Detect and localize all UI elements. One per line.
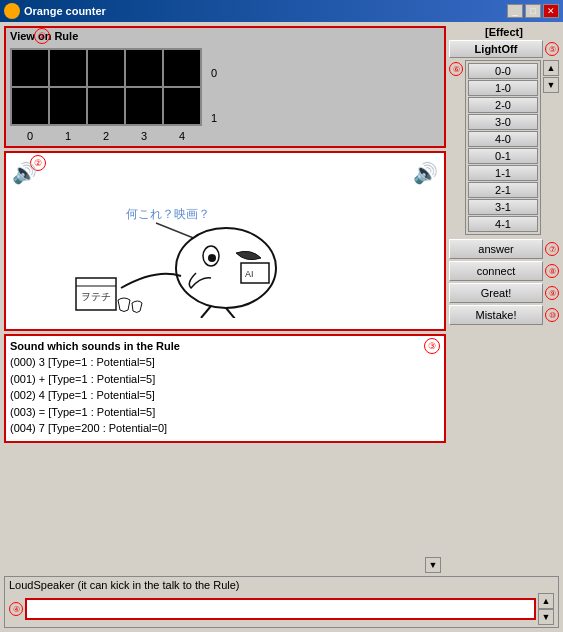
grid-item-0-1[interactable]: 0-1 (468, 148, 538, 164)
loudspeaker-scrollbar: ▲ ▼ (538, 593, 554, 625)
grid-item-2-1[interactable]: 2-1 (468, 182, 538, 198)
grid-item-1-1[interactable]: 1-1 (468, 165, 538, 181)
col-label-4: 4 (164, 130, 200, 142)
sound-item-4: (004) 7 [Type=200 : Potential=0] (10, 420, 440, 437)
rule-grid (10, 48, 202, 126)
grid-cell-3-1 (126, 88, 162, 124)
loudspeaker-input-row: ④ ▲ ▼ (9, 593, 554, 625)
col-label-0: 0 (12, 130, 48, 142)
sketch-text: 何これ？映画？ (126, 207, 210, 221)
mistake-row: Mistake! ⑩ (449, 305, 559, 325)
grid-cell-3-0 (126, 50, 162, 86)
answer-button[interactable]: answer (449, 239, 543, 259)
rule-circle: ① (34, 28, 50, 44)
grid-item-1-0[interactable]: 1-0 (468, 80, 538, 96)
action-buttons: answer ⑦ connect ⑧ Great! ⑨ Mistake! ⑩ (449, 239, 559, 325)
sketch-svg: 何これ？映画？ AI (26, 168, 326, 318)
grid-item-0-0[interactable]: 0-0 (468, 63, 538, 79)
effect-label: [Effect] (449, 26, 559, 38)
loudspeaker-input[interactable] (25, 598, 536, 620)
row-label-0: 0 (206, 67, 222, 79)
circle-10: ⑩ (545, 308, 559, 322)
circle-9: ⑨ (545, 286, 559, 300)
mistake-button[interactable]: Mistake! (449, 305, 543, 325)
rule-grid-area: 0 1 2 3 4 0 1 (10, 48, 440, 142)
window-title: Orange counter (24, 5, 503, 17)
grid-list-row: ⑥ 0-0 1-0 2-0 3-0 4-0 0-1 1-1 2-1 3-1 4-… (449, 60, 559, 235)
video-panel: ② 🔊 🔊 何これ？映画？ (4, 151, 446, 331)
grid-cell-1-1 (50, 88, 86, 124)
minimize-button[interactable]: _ (507, 4, 523, 18)
circle-7: ⑦ (545, 242, 559, 256)
sound-panel-title: Sound which sounds in the Rule (10, 340, 440, 352)
svg-line-7 (226, 308, 236, 318)
connect-row: connect ⑧ (449, 261, 559, 281)
ls-scroll-down[interactable]: ▼ (538, 609, 554, 625)
circle-8: ⑧ (545, 264, 559, 278)
app-icon (4, 3, 20, 19)
col-labels: 0 1 2 3 4 (10, 130, 202, 142)
great-button[interactable]: Great! (449, 283, 543, 303)
close-button[interactable]: ✕ (543, 4, 559, 18)
effect-grid-list: 0-0 1-0 2-0 3-0 4-0 0-1 1-1 2-1 3-1 4-1 (465, 60, 541, 235)
sound-item-3: (003) = [Type=1 : Potential=5] (10, 404, 440, 421)
grid-scroll-up[interactable]: ▲ (543, 60, 559, 76)
sound-list: (000) 3 [Type=1 : Potential=5] (001) + [… (10, 354, 440, 437)
svg-text:ヲテチ: ヲテチ (81, 291, 111, 302)
ls-scroll-up[interactable]: ▲ (538, 593, 554, 609)
left-panel: View on Rule ① (4, 26, 446, 556)
sound-item-1: (001) + [Type=1 : Potential=5] (10, 371, 440, 388)
speaker-right-icon: 🔊 (413, 161, 438, 185)
maximize-button[interactable]: □ (525, 4, 541, 18)
grid-item-4-0[interactable]: 4-0 (468, 131, 538, 147)
loudspeaker-section: LoudSpeaker (it can kick in the talk to … (4, 576, 559, 628)
svg-line-6 (201, 306, 211, 318)
circle-6: ⑥ (449, 62, 463, 76)
main-row: View on Rule ① (4, 26, 559, 556)
col-label-3: 3 (126, 130, 162, 142)
grid-cell-2-1 (88, 88, 124, 124)
grid-cell-1-0 (50, 50, 86, 86)
row-labels: 0 1 (206, 48, 222, 142)
col-label-2: 2 (88, 130, 124, 142)
loudspeaker-title: LoudSpeaker (it can kick in the talk to … (9, 579, 554, 591)
circle-5: ⑤ (545, 42, 559, 56)
answer-row: answer ⑦ (449, 239, 559, 259)
grid-cell-2-0 (88, 50, 124, 86)
grid-cell-4-0 (164, 50, 200, 86)
svg-point-3 (208, 254, 216, 262)
window-content: View on Rule ① (0, 22, 563, 632)
effect-panel: [Effect] LightOff ⑤ ⑥ 0-0 1-0 2-0 3-0 4-… (449, 26, 559, 556)
connect-button[interactable]: connect (449, 261, 543, 281)
loudspeaker-circle: ④ (9, 602, 23, 616)
grid-cell-0-1 (12, 88, 48, 124)
grid-scrollbar: ▲ ▼ (543, 60, 559, 93)
lightoff-button[interactable]: LightOff (449, 40, 543, 58)
row-label-1: 1 (206, 112, 222, 124)
grid-item-4-1[interactable]: 4-1 (468, 216, 538, 232)
sound-scrollbar-area: ▼ (4, 557, 441, 573)
rule-grid-with-labels: 0 1 2 3 4 (10, 48, 202, 142)
grid-scroll-down[interactable]: ▼ (543, 77, 559, 93)
sound-item-0: (000) 3 [Type=1 : Potential=5] (10, 354, 440, 371)
grid-cell-4-1 (164, 88, 200, 124)
sound-circle: ③ (424, 338, 440, 354)
svg-text:AI: AI (245, 269, 254, 279)
grid-cell-0-0 (12, 50, 48, 86)
grid-item-2-0[interactable]: 2-0 (468, 97, 538, 113)
sound-scroll-down[interactable]: ▼ (425, 557, 441, 573)
sound-item-2: (002) 4 [Type=1 : Potential=5] (10, 387, 440, 404)
lightoff-row: LightOff ⑤ (449, 40, 559, 58)
col-label-1: 1 (50, 130, 86, 142)
title-bar: Orange counter _ □ ✕ (0, 0, 563, 22)
great-row: Great! ⑨ (449, 283, 559, 303)
rule-panel: View on Rule ① (4, 26, 446, 148)
window-controls: _ □ ✕ (507, 4, 559, 18)
grid-item-3-1[interactable]: 3-1 (468, 199, 538, 215)
sound-panel: Sound which sounds in the Rule ③ (000) 3… (4, 334, 446, 443)
grid-item-3-0[interactable]: 3-0 (468, 114, 538, 130)
